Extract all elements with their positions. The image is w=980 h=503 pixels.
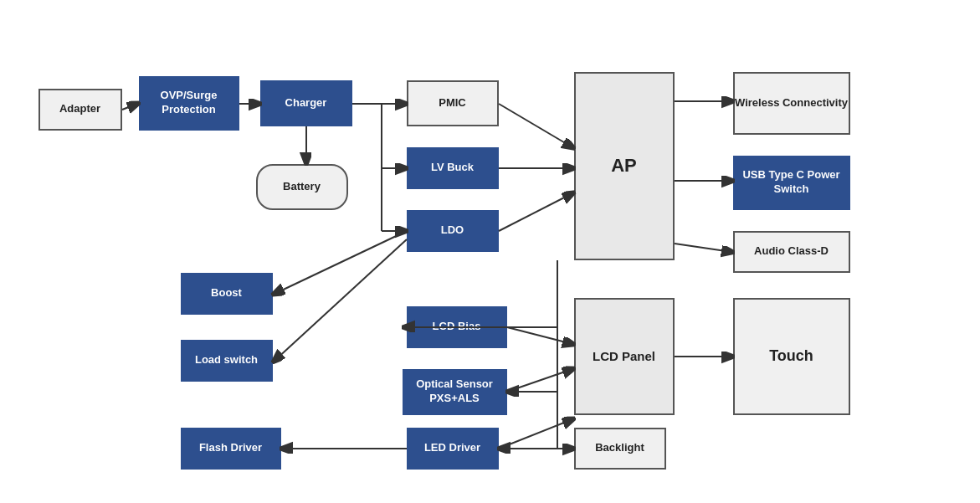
boost-label: Boost [211,286,242,300]
svg-line-7 [275,231,407,294]
svg-line-8 [275,239,407,361]
lcd-bias-block: LCD Bias [407,306,507,348]
ldo-block: LDO [407,210,499,252]
block-diagram: Adapter OVP/Surge Protection Charger Bat… [30,18,951,486]
svg-line-6 [499,193,572,231]
ovp-block: OVP/Surge Protection [139,76,239,131]
flash-driver-block: Flash Driver [181,428,281,470]
adapter-label: Adapter [59,102,100,116]
ap-block: AP [574,72,675,260]
svg-line-11 [499,419,572,449]
ldo-label: LDO [441,223,464,238]
battery-block: Battery [256,164,348,210]
touch-label: Touch [769,346,813,366]
pmic-block: PMIC [407,80,499,126]
ovp-label: OVP/Surge Protection [141,89,238,117]
charger-block: Charger [260,80,352,126]
lcd-panel-label: LCD Panel [593,348,655,365]
load-switch-block: Load switch [181,340,273,382]
lcd-bias-label: LCD Bias [433,320,481,334]
svg-line-16 [675,244,731,252]
lcd-panel-block: LCD Panel [574,298,675,415]
ap-label: AP [611,154,637,178]
pmic-label: PMIC [439,96,466,110]
lv-buck-block: LV Buck [407,147,499,189]
backlight-block: Backlight [574,428,666,470]
load-switch-label: Load switch [195,353,258,367]
optical-sensor-label: Optical Sensor PXS+ALS [404,377,505,406]
optical-sensor-block: Optical Sensor PXS+ALS [403,369,507,415]
wireless-label: Wireless Connectivity [735,96,848,110]
lv-buck-label: LV Buck [431,161,474,175]
svg-line-10 [507,369,572,392]
boost-block: Boost [181,273,273,315]
audio-label: Audio Class-D [754,244,829,259]
battery-label: Battery [283,180,321,194]
usb-block: USB Type C Power Switch [733,156,850,210]
led-driver-label: LED Driver [424,441,480,455]
backlight-label: Backlight [595,441,644,455]
adapter-block: Adapter [38,89,122,131]
svg-line-0 [122,104,137,110]
led-driver-block: LED Driver [407,428,499,470]
svg-line-4 [499,104,572,147]
audio-block: Audio Class-D [733,231,850,273]
usb-label: USB Type C Power Switch [735,168,849,197]
svg-line-9 [507,327,572,344]
touch-block: Touch [733,298,850,415]
flash-driver-label: Flash Driver [199,441,262,455]
charger-label: Charger [285,96,327,110]
wireless-block: Wireless Connectivity [733,72,850,135]
